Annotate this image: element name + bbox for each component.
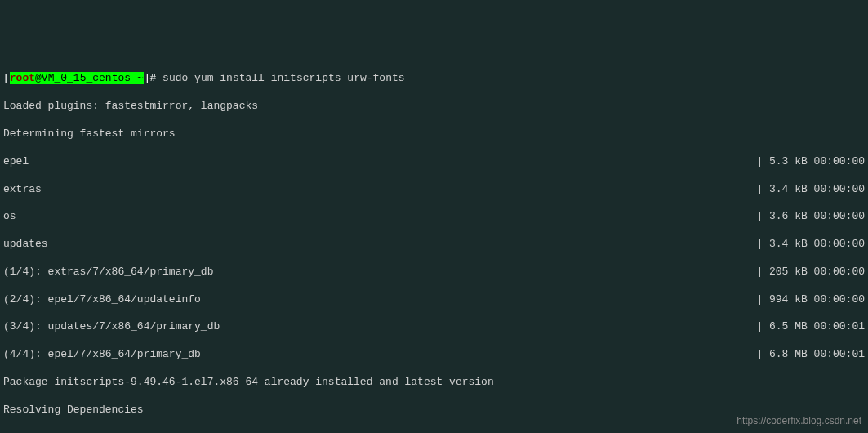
repo-line: extras| 3.4 kB 00:00:00 [3,183,865,197]
repo-line: updates| 3.4 kB 00:00:00 [3,238,865,252]
output-line: Loaded plugins: fastestmirror, langpacks [3,100,865,114]
repo-line: (2/4): epel/7/x86_64/updateinfo| 994 kB … [3,293,865,307]
repo-line: epel| 5.3 kB 00:00:00 [3,155,865,169]
prompt-line[interactable]: [root@VM_0_15_centos ~]# sudo yum instal… [3,72,865,86]
bracket-close: ]# [144,72,162,84]
watermark: https://coderfix.blog.csdn.net [737,415,861,428]
prompt-user: root [10,72,35,84]
repo-line: os| 3.6 kB 00:00:00 [3,210,865,224]
repo-line: (4/4): epel/7/x86_64/primary_db| 6.8 MB … [3,348,865,362]
prompt-at: @ [35,72,42,84]
command-text: sudo yum install initscripts urw-fonts [162,72,404,84]
output-line: Resolving Dependencies [3,404,865,417]
output-line: Package initscripts-9.49.46-1.el7.x86_64… [3,376,865,390]
prompt-tilde: ~ [137,72,144,84]
output-line: Determining fastest mirrors [3,127,865,141]
terminal-output: [root@VM_0_15_centos ~]# sudo yum instal… [3,59,865,433]
bracket-open: [ [3,72,10,84]
repo-line: (3/4): updates/7/x86_64/primary_db| 6.5 … [3,320,865,334]
prompt-host: VM_0_15_centos [42,72,137,84]
repo-line: (1/4): extras/7/x86_64/primary_db| 205 k… [3,266,865,279]
